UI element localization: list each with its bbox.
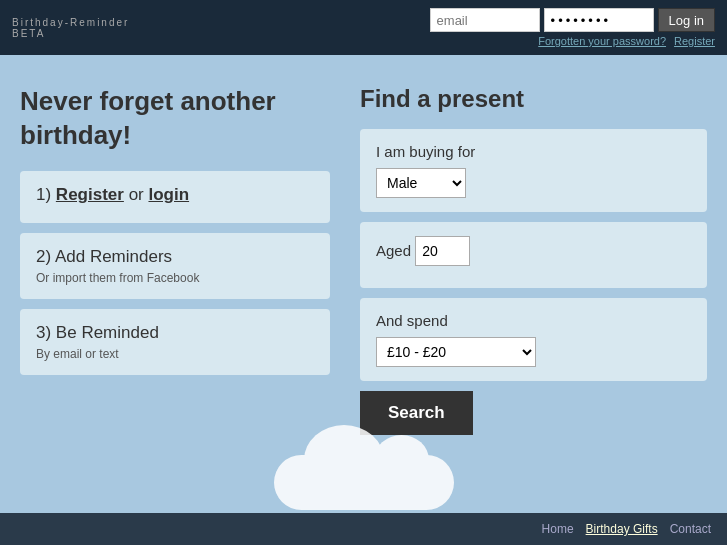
register-link[interactable]: Register: [674, 35, 715, 47]
header-links: Forgotten your password? Register: [538, 35, 715, 47]
step-1-box: 1) Register or login: [20, 171, 330, 223]
step-1-number: 1): [36, 185, 51, 204]
header: Birthday-Reminder BETA Log in Forgotten …: [0, 0, 727, 55]
beta-label: BETA: [12, 28, 430, 39]
email-field[interactable]: [430, 8, 540, 32]
find-present-heading: Find a present: [360, 85, 707, 113]
password-field[interactable]: [544, 8, 654, 32]
forgot-password-link[interactable]: Forgotten your password?: [538, 35, 666, 47]
right-panel: Find a present I am buying for Male Fema…: [360, 75, 707, 515]
header-auth: Log in Forgotten your password? Register: [430, 8, 715, 47]
step-3-title: 3) Be Reminded: [36, 323, 314, 343]
footer-birthday-gifts-link[interactable]: Birthday Gifts: [586, 522, 658, 536]
step-3-subtitle: By email or text: [36, 347, 314, 361]
login-link-step[interactable]: login: [148, 185, 189, 204]
step-1-title: 1) Register or login: [36, 185, 314, 205]
footer-home: Home: [542, 522, 574, 536]
age-input[interactable]: [415, 236, 470, 266]
footer-contact-link[interactable]: Contact: [670, 522, 711, 536]
login-button[interactable]: Log in: [658, 8, 715, 32]
step-3-box: 3) Be Reminded By email or text: [20, 309, 330, 375]
heading-line1: Never forget another: [20, 86, 276, 116]
main-content: Never forget another birthday! 1) Regist…: [0, 55, 727, 515]
age-section: Aged: [360, 222, 707, 288]
register-link-step[interactable]: Register: [56, 185, 124, 204]
spend-label: And spend: [376, 312, 691, 329]
step-1-or: or: [129, 185, 149, 204]
step-2-title: 2) Add Reminders: [36, 247, 314, 267]
aged-label: Aged: [376, 236, 691, 266]
spend-section: And spend £10 - £20 £20 - £50 £50 - £100…: [360, 298, 707, 381]
logo-text: Birthday-Reminder: [12, 17, 430, 28]
search-button[interactable]: Search: [360, 391, 473, 435]
buying-for-label: I am buying for: [376, 143, 691, 160]
step-2-text: Add Reminders: [55, 247, 172, 266]
site-logo: Birthday-Reminder BETA: [12, 17, 430, 39]
step-2-number: 2): [36, 247, 51, 266]
step-2-box: 2) Add Reminders Or import them from Fac…: [20, 233, 330, 299]
login-row: Log in: [430, 8, 715, 32]
main-heading: Never forget another birthday!: [20, 85, 330, 153]
gender-section: I am buying for Male Female: [360, 129, 707, 212]
step-2-subtitle: Or import them from Facebook: [36, 271, 314, 285]
heading-line2: birthday!: [20, 120, 131, 150]
gender-select[interactable]: Male Female: [376, 168, 466, 198]
step-3-text: Be Reminded: [56, 323, 159, 342]
footer: Home Birthday Gifts Contact: [0, 513, 727, 545]
left-panel: Never forget another birthday! 1) Regist…: [20, 75, 330, 515]
step-3-number: 3): [36, 323, 51, 342]
spend-select[interactable]: £10 - £20 £20 - £50 £50 - £100 £100+: [376, 337, 536, 367]
